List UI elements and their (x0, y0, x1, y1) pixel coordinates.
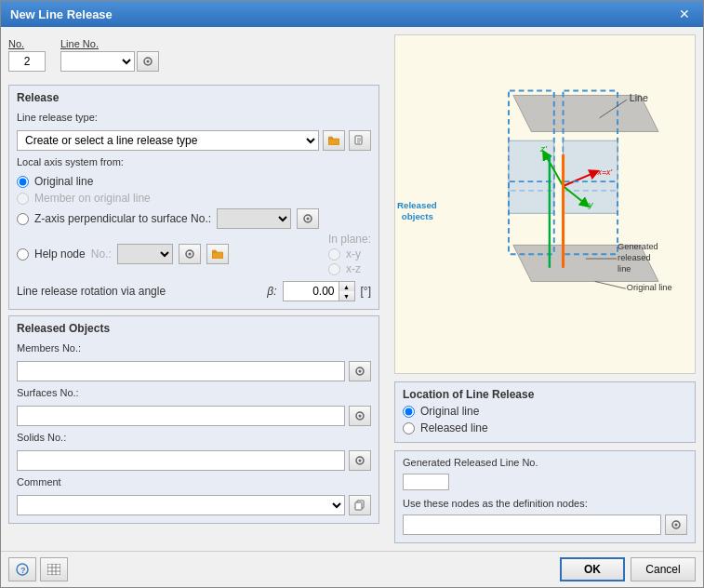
solids-pick-icon (354, 455, 365, 466)
line-no-label: Line No. (60, 38, 159, 49)
copy-icon (354, 500, 365, 511)
spin-buttons: ▲ ▼ (339, 281, 355, 301)
svg-point-15 (359, 415, 362, 418)
ok-button[interactable]: OK (560, 557, 625, 581)
surfaces-pick-button[interactable] (349, 406, 371, 426)
help-node-select[interactable] (117, 244, 173, 264)
cancel-button[interactable]: Cancel (631, 557, 696, 581)
released-objects-section: Released Objects Members No.: Surfaces N… (8, 315, 379, 524)
svg-rect-19 (355, 502, 362, 510)
table-button[interactable] (40, 557, 68, 581)
solids-pick-button[interactable] (349, 450, 371, 471)
location-released-row: Released line (403, 421, 687, 434)
z-axis-select[interactable] (217, 208, 291, 229)
members-label: Members No.: (17, 342, 371, 354)
beta-label: β: (267, 285, 276, 298)
line-no-field-group: Line No. (60, 38, 159, 72)
pick-icon (142, 56, 153, 67)
location-section: Location of Line Release Original line R… (394, 381, 696, 443)
comment-label: Comment (17, 476, 371, 488)
surfaces-label: Surfaces No.: (17, 387, 371, 398)
z-axis-radio[interactable] (17, 213, 29, 225)
no-field-group: No. (8, 38, 46, 72)
diagram-area: z' y x=x' (394, 34, 696, 374)
location-original-label: Original line (420, 405, 479, 418)
member-original-label: Member on original line (34, 192, 151, 205)
rotation-spin-group: ▲ ▼ (283, 281, 355, 301)
line-no-pick-button[interactable] (137, 51, 159, 72)
member-original-radio[interactable] (17, 193, 29, 205)
no-label-small: No.: (91, 247, 112, 261)
spin-up-button[interactable]: ▲ (339, 282, 354, 291)
folder-icon (328, 136, 339, 145)
generated-title: Generated Released Line No. (403, 457, 687, 468)
surfaces-pick-icon (354, 410, 365, 421)
definition-nodes-row (403, 514, 687, 535)
pick-circle2-icon (184, 248, 195, 260)
z-axis-row: Z-axis perpendicular to surface No.: (17, 208, 371, 229)
line-release-type-label: Line release type: (17, 112, 371, 123)
members-input[interactable] (17, 361, 345, 381)
location-original-radio[interactable] (403, 406, 415, 418)
members-pick-icon (354, 366, 365, 377)
definition-nodes-pick-button[interactable] (665, 514, 687, 535)
close-button[interactable]: ✕ (675, 7, 694, 21)
rotation-input[interactable] (283, 281, 339, 301)
xz-radio[interactable] (328, 263, 340, 275)
xy-radio-row: x-y (328, 247, 371, 261)
definition-nodes-input[interactable] (403, 514, 661, 535)
line-no-select[interactable] (60, 51, 135, 72)
help-node-pick-button[interactable] (179, 244, 201, 264)
svg-text:line: line (618, 264, 631, 274)
spin-down-button[interactable]: ▼ (339, 291, 354, 301)
location-released-radio[interactable] (403, 422, 415, 434)
members-input-row (17, 361, 371, 381)
svg-text:x=x': x=x' (597, 167, 613, 177)
line-release-edit-button[interactable] (349, 130, 371, 151)
solids-input[interactable] (17, 450, 345, 471)
line-no-select-group (60, 51, 159, 72)
members-pick-button[interactable] (349, 361, 371, 381)
no-input[interactable] (8, 51, 46, 72)
comment-row (17, 495, 371, 515)
help-node-folder-button[interactable] (206, 244, 229, 264)
svg-text:z': z' (539, 143, 548, 154)
rotation-unit: [°] (361, 285, 371, 298)
no-label: No. (8, 38, 46, 49)
def-nodes-pick-icon (671, 519, 682, 530)
surfaces-input[interactable] (17, 406, 345, 426)
help-button[interactable]: ? (8, 557, 36, 581)
svg-rect-24 (509, 140, 554, 213)
xy-label: x-y (346, 247, 361, 261)
comment-copy-button[interactable] (349, 495, 371, 515)
help-node-radio[interactable] (17, 248, 29, 261)
diagram-svg: z' y x=x' (395, 35, 695, 373)
member-original-radio-row: Member on original line (17, 192, 371, 205)
line-release-type-select[interactable]: Create or select a line release type (17, 130, 319, 151)
solids-input-row (17, 450, 371, 471)
svg-text:Generated: Generated (618, 242, 658, 251)
help-node-row: Help node No.: (17, 233, 371, 275)
svg-text:Released: Released (397, 200, 437, 210)
title-bar: New Line Release ✕ (1, 1, 703, 27)
release-title: Release (17, 91, 371, 104)
table-icon (47, 564, 60, 575)
bottom-bar: ? OK Cancel (1, 551, 703, 587)
surfaces-input-row (17, 406, 371, 426)
svg-rect-3 (355, 136, 362, 144)
xy-radio[interactable] (328, 248, 340, 261)
pick-circle-icon (302, 213, 313, 224)
svg-text:released: released (618, 253, 650, 262)
svg-point-1 (147, 60, 150, 63)
dialog-window: New Line Release ✕ No. Line No. (0, 0, 704, 588)
rotation-row: Line release rotation via angle β: ▲ ▼ [… (17, 281, 371, 301)
comment-select[interactable] (17, 495, 345, 515)
original-line-radio-row: Original line (17, 175, 371, 188)
in-plane-group: In plane: x-y x-z (328, 233, 371, 275)
line-release-folder-button[interactable] (323, 130, 345, 151)
z-axis-pick-button[interactable] (297, 208, 319, 229)
location-original-row: Original line (403, 405, 687, 418)
svg-point-48 (675, 524, 678, 527)
generated-line-no-input[interactable] (403, 474, 449, 490)
original-line-radio[interactable] (17, 176, 29, 188)
